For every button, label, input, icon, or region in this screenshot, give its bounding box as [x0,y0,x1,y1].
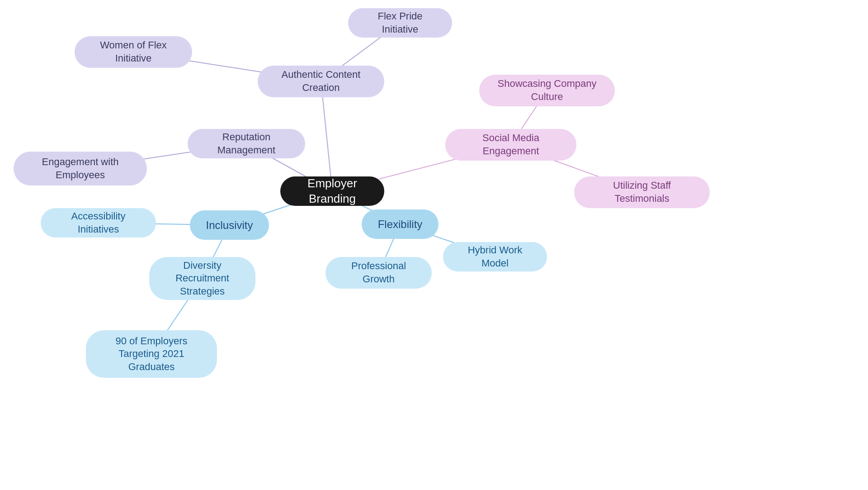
node-reputation-mgmt[interactable]: Reputation Management [188,129,305,158]
node-professional-growth[interactable]: Professional Growth [326,257,432,289]
node-women-flex[interactable]: Women of Flex Initiative [75,36,192,68]
node-center[interactable]: Employer Branding [280,176,384,206]
node-accessibility[interactable]: Accessibility Initiatives [41,208,156,238]
node-diversity-recruitment[interactable]: Diversity Recruitment Strategies [149,257,255,300]
node-inclusivity[interactable]: Inclusivity [190,210,269,240]
node-staff-testimonials[interactable]: Utilizing Staff Testimonials [574,176,710,208]
node-employers-targeting[interactable]: 90 of Employers Targeting 2021 Graduates [86,330,217,378]
node-showcasing-culture[interactable]: Showcasing Company Culture [479,75,615,106]
node-social-media[interactable]: Social Media Engagement [445,129,576,161]
node-flex-pride[interactable]: Flex Pride Initiative [348,8,452,38]
connections-svg [0,0,868,490]
mindmap-container: Employer Branding Authentic Content Crea… [0,0,868,490]
node-hybrid-work[interactable]: Hybrid Work Model [443,242,547,271]
node-authentic-content[interactable]: Authentic Content Creation [258,66,384,97]
node-flexibility[interactable]: Flexibility [362,209,439,239]
node-engagement-employees[interactable]: Engagement with Employees [14,152,147,186]
line-center-authentic_content [321,81,332,191]
